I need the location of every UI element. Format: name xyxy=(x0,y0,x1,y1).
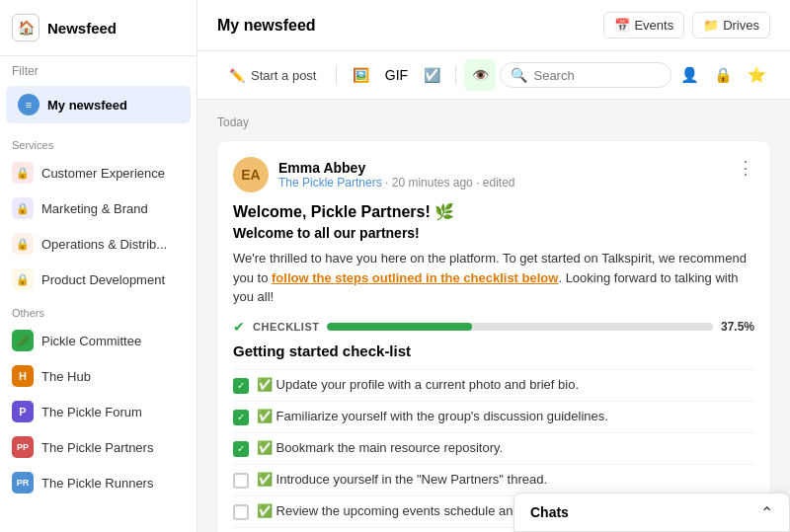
lock-icon[interactable]: 🔒 xyxy=(709,61,737,89)
sidebar-item-the-hub[interactable]: H The Hub xyxy=(0,358,197,394)
events-button[interactable]: 📅 Events xyxy=(603,12,684,38)
sidebar-item-operations[interactable]: 🔒 Operations & Distrib... xyxy=(0,226,197,262)
the-pickle-forum-avatar: P xyxy=(12,401,34,422)
gif-button[interactable]: GIF xyxy=(380,59,412,91)
sidebar-item-label: Marketing & Brand xyxy=(41,201,148,216)
search-input[interactable] xyxy=(533,68,661,83)
checklist-progress-bar xyxy=(327,323,713,331)
post-time-label: 20 minutes ago xyxy=(392,176,473,190)
checklist-item-text-1: ✅ Update your profile with a current pho… xyxy=(257,377,579,392)
checklist-item-text-2: ✅ Familiarize yourself with the group's … xyxy=(257,409,608,423)
post-time: · xyxy=(385,176,392,190)
sidebar-item-label: Customer Experience xyxy=(41,166,165,181)
post-header: EA Emma Abbey The Pickle Partners · 20 m… xyxy=(233,157,754,192)
image-button[interactable]: 🖼️ xyxy=(345,59,376,91)
sidebar-item-pickle-committee[interactable]: 🥒 Pickle Committee xyxy=(0,323,197,358)
services-section-label: Services xyxy=(0,129,197,155)
calendar-icon: 📅 xyxy=(614,18,630,33)
post-subtitle: Welcome to all our partners! xyxy=(233,225,754,241)
checklist-item: ✓ ✅ Update your profile with a current p… xyxy=(233,369,754,401)
post-card: EA Emma Abbey The Pickle Partners · 20 m… xyxy=(217,141,770,532)
checklist-item: ✓ ✅ Bookmark the main resource repositor… xyxy=(233,432,754,464)
check-box-4[interactable] xyxy=(233,473,249,489)
post-more-button[interactable]: ⋮ xyxy=(737,157,754,179)
task-button[interactable]: ☑️ xyxy=(416,59,447,91)
checklist-check-icon: ✔ xyxy=(233,319,245,335)
logo-icon: 🏠 xyxy=(18,20,35,36)
search-icon: 🔍 xyxy=(511,67,527,83)
toolbar-divider-2 xyxy=(455,65,456,85)
checklist-progress-fill xyxy=(327,323,471,331)
post-group-link[interactable]: The Pickle Partners xyxy=(278,176,382,190)
post-body-highlight: follow the steps outlined in the checkli… xyxy=(272,270,558,285)
check-box-3[interactable]: ✓ xyxy=(233,441,249,457)
sidebar-item-product-development[interactable]: 🔒 Product Development xyxy=(0,262,197,297)
checklist-item-text-4: ✅ Introduce yourself in the "New Partner… xyxy=(257,472,547,487)
customer-experience-icon: 🔒 xyxy=(12,162,34,184)
feed: Today EA Emma Abbey The Pickle Partners … xyxy=(198,100,790,532)
the-pickle-runners-avatar: PR xyxy=(12,472,34,494)
checklist-header: ✔ CHECKLIST 37.5% xyxy=(233,319,754,335)
start-post-label: Start a post xyxy=(251,68,316,83)
the-pickle-partners-avatar: PP xyxy=(12,436,34,458)
check-box-1[interactable]: ✓ xyxy=(233,378,249,394)
checklist-title: Getting started check-list xyxy=(233,342,754,359)
checklist-item: ✅ Introduce yourself in the "New Partner… xyxy=(233,464,754,495)
start-post-button[interactable]: ✏️ Start a post xyxy=(217,62,328,89)
sidebar-item-marketing-brand[interactable]: 🔒 Marketing & Brand xyxy=(0,190,197,226)
marketing-brand-icon: 🔒 xyxy=(12,197,34,219)
others-section-label: Others xyxy=(0,297,197,323)
filter-label: Filter xyxy=(0,56,197,86)
toolbar: ✏️ Start a post 🖼️ GIF ☑️ 👁️ 🔍 👤 🔒 ⭐ xyxy=(198,51,790,100)
sidebar-item-the-pickle-runners[interactable]: PR The Pickle Runners xyxy=(0,465,197,500)
page-title: My newsfeed xyxy=(217,17,316,35)
chats-bar-label: Chats xyxy=(530,504,569,520)
main-header: My newsfeed 📅 Events 📁 Drives xyxy=(198,0,790,51)
filter-active-button[interactable]: 👁️ xyxy=(464,59,496,91)
sidebar-item-label: Operations & Distrib... xyxy=(41,237,167,252)
user-icon[interactable]: 👤 xyxy=(675,61,703,89)
post-author-name: Emma Abbey xyxy=(278,160,515,176)
checklist-label: CHECKLIST xyxy=(253,321,319,333)
feed-date-label: Today xyxy=(217,115,770,129)
sidebar-item-customer-experience[interactable]: 🔒 Customer Experience xyxy=(0,155,197,190)
sidebar-item-label: The Pickle Forum xyxy=(41,405,142,419)
check-box-2[interactable]: ✓ xyxy=(233,410,249,425)
the-hub-avatar: H xyxy=(12,365,34,387)
chats-bar[interactable]: Chats ⌃ xyxy=(514,493,790,532)
post-meta: The Pickle Partners · 20 minutes ago · e… xyxy=(278,176,515,190)
my-newsfeed-icon: ≡ xyxy=(18,94,40,115)
sidebar-item-label: The Hub xyxy=(41,369,91,384)
sidebar-item-the-pickle-forum[interactable]: P The Pickle Forum xyxy=(0,394,197,429)
start-post-icon: ✏️ xyxy=(229,68,245,83)
post-edited-label: edited xyxy=(483,176,515,190)
app-title: Newsfeed xyxy=(47,20,117,37)
my-newsfeed-item[interactable]: ≡ My newsfeed xyxy=(6,86,191,123)
post-author-row: EA Emma Abbey The Pickle Partners · 20 m… xyxy=(233,157,515,192)
product-dev-icon: 🔒 xyxy=(12,268,34,290)
sidebar-item-label: Product Development xyxy=(41,272,165,287)
content-wrapper: My newsfeed 📅 Events 📁 Drives ✏️ Start a… xyxy=(198,0,790,532)
post-author-info: Emma Abbey The Pickle Partners · 20 minu… xyxy=(278,160,515,190)
checklist-item: ✓ ✅ Familiarize yourself with the group'… xyxy=(233,401,754,432)
sidebar: 🏠 Newsfeed Filter ≡ My newsfeed Services… xyxy=(0,0,198,532)
header-actions: 📅 Events 📁 Drives xyxy=(603,12,770,38)
app-logo: 🏠 xyxy=(12,14,40,41)
checklist-percent: 37.5% xyxy=(721,320,754,334)
check-box-5[interactable] xyxy=(233,504,249,520)
sidebar-item-label: The Pickle Partners xyxy=(41,440,153,455)
chats-bar-arrow-icon: ⌃ xyxy=(760,503,773,522)
drives-label: Drives xyxy=(723,18,759,33)
checklist-item-text-3: ✅ Bookmark the main resource repository. xyxy=(257,440,503,455)
post-edited: · xyxy=(476,176,483,190)
bookmark-icon[interactable]: ⭐ xyxy=(743,61,770,89)
post-body: We're thrilled to have you here on the p… xyxy=(233,249,754,307)
operations-icon: 🔒 xyxy=(12,233,34,255)
my-newsfeed-label: My newsfeed xyxy=(47,98,127,113)
post-title: Welcome, Pickle Partners! 🌿 xyxy=(233,202,754,221)
sidebar-header: 🏠 Newsfeed xyxy=(0,0,197,56)
drives-button[interactable]: 📁 Drives xyxy=(692,12,770,38)
post-avatar: EA xyxy=(233,157,269,192)
toolbar-right: 👤 🔒 ⭐ xyxy=(675,61,770,89)
sidebar-item-the-pickle-partners[interactable]: PP The Pickle Partners xyxy=(0,429,197,465)
